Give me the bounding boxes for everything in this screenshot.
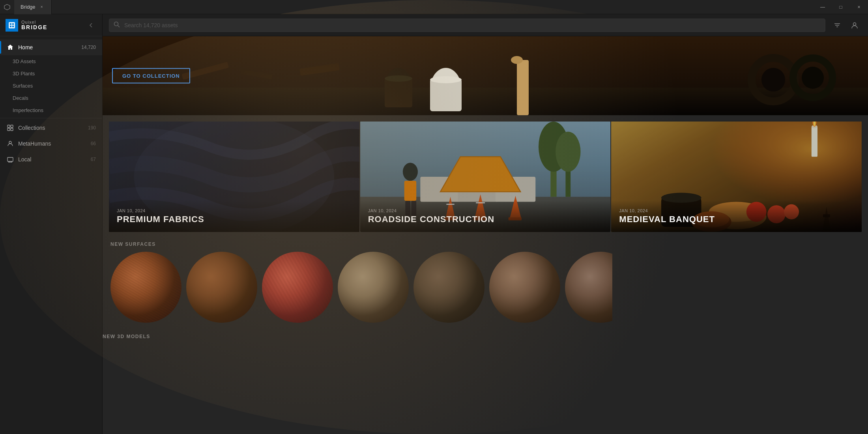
surface-item-7-partial[interactable]	[565, 252, 612, 323]
3d-plants-label: 3D Plants	[13, 71, 35, 77]
logo-bridge: BRIDGE	[21, 24, 47, 30]
filter-button[interactable]	[830, 18, 844, 32]
search-input[interactable]	[109, 19, 825, 32]
3d-assets-label: 3D Assets	[13, 58, 36, 64]
surfaces-row	[103, 252, 868, 331]
svg-rect-1	[9, 22, 15, 28]
decals-label: Decals	[13, 95, 28, 101]
home-count: 14,720	[81, 45, 96, 50]
svg-rect-11	[7, 157, 13, 161]
logo-icon	[6, 19, 18, 32]
app-layout: Quixel BRIDGE Home 14,720	[0, 14, 868, 434]
svg-rect-5	[12, 26, 14, 27]
window-controls: — □ ×	[814, 0, 868, 14]
collections-icon	[6, 124, 14, 132]
svg-rect-9	[11, 128, 13, 131]
svg-rect-6	[7, 125, 10, 127]
app-icon	[0, 0, 14, 14]
sidebar-item-3d-plants[interactable]: 3D Plants	[0, 67, 102, 80]
svg-rect-3	[12, 23, 14, 25]
imperfections-label: Imperfections	[13, 107, 43, 113]
svg-marker-0	[4, 4, 10, 10]
sidebar-item-home[interactable]: Home 14,720	[0, 39, 102, 55]
sidebar-item-3d-assets[interactable]: 3D Assets	[0, 55, 102, 67]
home-label: Home	[18, 44, 81, 51]
sidebar-header: Quixel BRIDGE	[0, 14, 102, 36]
sidebar-collapse-button[interactable]	[86, 20, 97, 31]
tab-close-button[interactable]: ×	[39, 4, 45, 10]
logo-text: Quixel BRIDGE	[21, 20, 47, 30]
local-icon	[6, 155, 14, 163]
svg-rect-4	[10, 26, 11, 27]
main-content: GO TO COLLECTION	[103, 14, 868, 434]
search-container	[109, 19, 825, 32]
svg-rect-8	[7, 128, 10, 131]
home-icon	[6, 43, 14, 51]
app-tab[interactable]: Bridge ×	[14, 0, 52, 14]
surface-item-7-inner	[565, 252, 612, 323]
svg-point-10	[9, 141, 11, 144]
topbar	[103, 14, 868, 36]
surfaces-label: Surfaces	[13, 83, 33, 89]
maximize-button[interactable]: □	[832, 0, 850, 14]
close-button[interactable]: ×	[850, 0, 868, 14]
svg-point-20	[853, 22, 856, 25]
metahumans-icon	[6, 140, 14, 148]
account-button[interactable]	[847, 18, 862, 32]
topbar-actions	[830, 18, 862, 32]
svg-point-26	[802, 67, 824, 89]
svg-rect-2	[10, 23, 11, 25]
tab-label: Bridge	[21, 4, 36, 10]
minimize-button[interactable]: —	[814, 0, 832, 14]
svg-rect-7	[11, 125, 13, 127]
